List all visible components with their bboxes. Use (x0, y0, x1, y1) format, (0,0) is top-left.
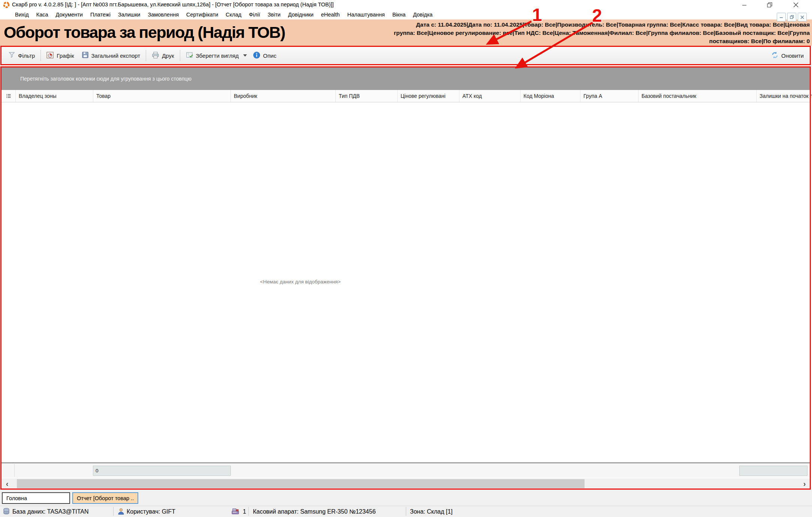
toolbar-separator (40, 50, 41, 61)
mdi-window-controls (777, 13, 807, 21)
toolbar: Фільтр Графік Загальний експорт Друк Збе… (1, 47, 811, 64)
menu-item-7[interactable]: Сертифікати (182, 12, 222, 18)
report-title: Оборот товара за период (Надія ТОВ) (4, 19, 285, 46)
menu-item-1[interactable]: Вихід (11, 12, 33, 18)
row-indicator-header[interactable] (1, 90, 16, 102)
column-header-1[interactable]: Владелец зоны (16, 90, 93, 102)
filter-summary-line: Дата с: 11.04.2025|Дата по: 11.04.2025|Т… (394, 21, 810, 29)
refresh-button[interactable]: Оновити (767, 49, 808, 62)
funnel-icon (8, 51, 15, 60)
status-separator (248, 507, 249, 516)
scrollbar-thumb[interactable] (17, 479, 585, 488)
toolbar-separator (180, 50, 180, 61)
grid-column-header-row: Владелец зоныТоварВиробникТип ПДВЦінове … (1, 90, 811, 102)
title-bar: Скарб pro v. 4.0.2.85 [ІД: ] - [Апт №003… (0, 0, 812, 10)
column-header-6[interactable]: АТХ код (459, 90, 520, 102)
report-filter-summary: Дата с: 11.04.2025|Дата по: 11.04.2025|Т… (394, 21, 810, 45)
status-database: База даних: TASA3@TITAN (12, 507, 89, 517)
menu-bar: ВихідКасаДокументиПлатежіЗалишкиЗамовлен… (0, 10, 812, 19)
window-restore-button[interactable] (761, 0, 778, 10)
export-button[interactable]: Загальний експорт (78, 49, 144, 61)
row-indicator-icon (6, 93, 11, 99)
refresh-icon (771, 51, 779, 60)
window-minimize-button[interactable] (736, 0, 753, 10)
column-headers: Владелец зоныТоварВиробникТип ПДВЦінове … (16, 90, 812, 102)
summary-cell-zalyshky (739, 466, 808, 476)
menu-item-4[interactable]: Платежі (87, 12, 114, 18)
no-data-message: <Немає даних для відображення> (260, 279, 341, 285)
cash-register-icon (231, 508, 239, 515)
menu-item-12[interactable]: eHealth (317, 12, 344, 18)
save-view-button[interactable]: Зберегти вигляд (182, 49, 243, 62)
column-header-7[interactable]: Код Моріона (520, 90, 580, 102)
filter-button[interactable]: Фільтр (4, 49, 39, 61)
menu-item-8[interactable]: Склад (222, 12, 245, 18)
app-logo-icon (3, 1, 10, 8)
menu-item-13[interactable]: Налаштування (344, 12, 389, 18)
window-title: Скарб pro v. 4.0.2.85 [ІД: ] - [Апт №003… (12, 1, 334, 7)
status-user: Користувач: GIFT (127, 507, 175, 517)
tab-2[interactable]: Отчет [Оборот товар .. (72, 492, 138, 504)
chart-icon (46, 51, 54, 60)
scroll-right-arrow[interactable]: › (799, 478, 810, 489)
menu-item-14[interactable]: Вікна (389, 12, 409, 18)
scroll-left-arrow[interactable]: ‹ (1, 478, 13, 489)
printer-icon (152, 51, 159, 60)
document-tabs: ГоловнаОтчет [Оборот товар .. (2, 492, 138, 504)
database-icon (3, 508, 10, 515)
menu-item-10[interactable]: Звіти (264, 12, 284, 18)
mdi-minimize-button[interactable] (777, 13, 786, 21)
menu-item-6[interactable]: Замовлення (144, 12, 182, 18)
description-button[interactable]: Опис (249, 49, 280, 62)
window-close-button[interactable] (787, 0, 805, 10)
menu-item-9[interactable]: Філії (245, 12, 264, 18)
column-header-3[interactable]: Виробник (231, 90, 336, 102)
status-register-count: 1 (243, 507, 246, 517)
status-zone: Зона: Склад [1] (410, 507, 453, 517)
status-separator (113, 507, 114, 516)
menu-item-3[interactable]: Документи (52, 12, 87, 18)
menu-item-15[interactable]: Довідка (409, 12, 436, 18)
summary-divider (14, 464, 15, 477)
save-view-icon (186, 51, 193, 60)
filter-summary-line: поставщиков: Все|По филиалам: 0 (394, 37, 810, 45)
column-header-9[interactable]: Базовий постачальник (639, 90, 757, 102)
filter-summary-line: группа: Все|Ценовое регулирование: все|Т… (394, 29, 810, 37)
mdi-restore-button[interactable] (787, 13, 796, 21)
tab-1[interactable]: Головна (2, 492, 70, 504)
column-header-2[interactable]: Товар (93, 90, 231, 102)
mdi-close-button[interactable] (798, 13, 807, 21)
user-icon (117, 508, 125, 515)
chart-button[interactable]: Графік (43, 49, 78, 62)
summary-cell-tovar: 0 (93, 466, 231, 476)
print-button[interactable]: Друк (148, 49, 178, 62)
toolbar-separator (146, 50, 146, 61)
column-header-8[interactable]: Група А (580, 90, 639, 102)
menu-item-2[interactable]: Каса (33, 12, 52, 18)
status-register: Касовий апарат: Samsung ER-350 №123456 (253, 507, 376, 517)
column-header-10[interactable]: Залишки на початок пе (757, 90, 812, 102)
floppy-disk-icon (82, 51, 89, 60)
menu-item-5[interactable]: Залишки (114, 12, 144, 18)
column-header-4[interactable]: Тип ПДВ (336, 90, 398, 102)
info-icon (253, 51, 260, 60)
grid-body[interactable] (1, 102, 811, 462)
status-separator (406, 507, 406, 516)
menu-item-11[interactable]: Довідники (284, 12, 317, 18)
column-header-5[interactable]: Цінове регулювані (398, 90, 459, 102)
group-by-drop-zone[interactable]: Перетягніть заголовок колонки сюди для у… (1, 67, 811, 90)
save-view-dropdown-caret[interactable] (243, 54, 247, 57)
